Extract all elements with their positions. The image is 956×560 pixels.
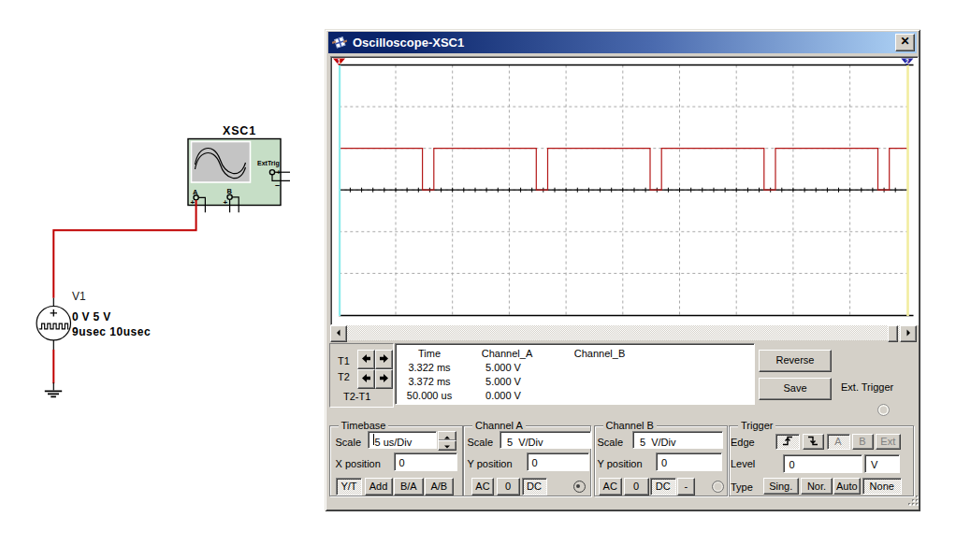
svg-text:1: 1 — [338, 58, 341, 65]
svg-text:–: – — [240, 200, 245, 209]
svg-text:0 V 5 V: 0 V 5 V — [72, 310, 110, 323]
svg-text:–: – — [207, 200, 211, 209]
svg-text:ExtTrig: ExtTrig — [257, 160, 280, 167]
svg-text:+: + — [224, 198, 228, 207]
svg-text:2: 2 — [905, 58, 909, 65]
svg-text:–: – — [275, 180, 280, 190]
svg-text:XSC1: XSC1 — [223, 124, 256, 137]
svg-text:V1: V1 — [72, 290, 86, 303]
svg-text:9usec 10usec: 9usec 10usec — [72, 325, 151, 338]
svg-text:+: + — [191, 198, 196, 207]
